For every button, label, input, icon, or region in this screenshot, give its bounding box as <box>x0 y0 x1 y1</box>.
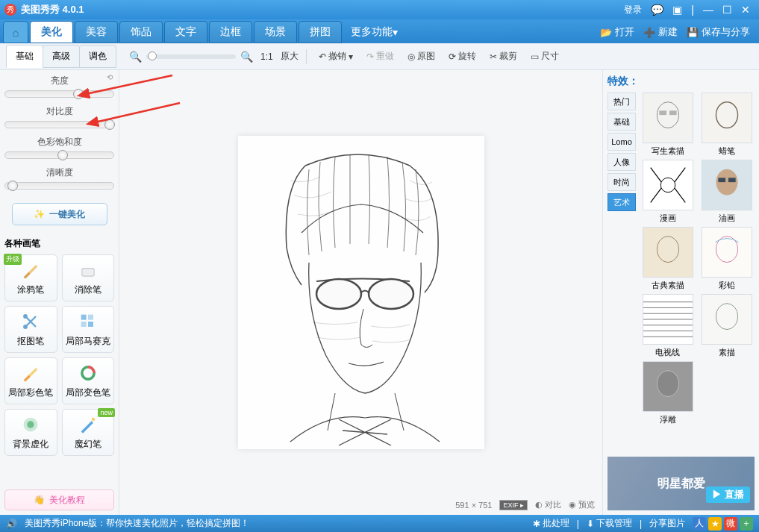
tool-cutout[interactable]: 抠图笔 <box>4 306 57 353</box>
sep-icon: | <box>687 2 699 17</box>
batch-button[interactable]: ✱ 批处理 <box>533 517 569 530</box>
scissors-icon <box>20 311 41 332</box>
tab-collage[interactable]: 拼图 <box>299 21 342 43</box>
minimize-button[interactable]: — <box>699 2 718 17</box>
subtab-color[interactable]: 调色 <box>79 45 116 68</box>
hand-icon: 👋 <box>34 495 45 505</box>
svg-rect-7 <box>81 322 86 327</box>
contrast-slider[interactable] <box>4 121 114 128</box>
tool-mosaic[interactable]: 局部马赛克 <box>62 306 115 353</box>
scale-11[interactable]: 1:1 <box>260 51 273 62</box>
svg-rect-44 <box>702 295 752 344</box>
effects-grid: 写生素描 蜡笔 漫画 油画 古典素描 彩铅 电视线 素描 浮雕 <box>640 93 755 452</box>
tab-ornament[interactable]: 饰品 <box>119 21 163 43</box>
tab-scene[interactable]: 场景 <box>254 21 297 43</box>
tool-blur[interactable]: 背景虚化 <box>4 409 57 456</box>
share-weibo-icon[interactable]: 微 <box>724 517 737 531</box>
left-panel: 亮度 ⟲ 对比度 色彩饱和度 清晰度 <box>0 70 119 515</box>
scale-orig[interactable]: 原大 <box>281 50 299 63</box>
preview-button[interactable]: ◉ 预览 <box>569 499 595 510</box>
tab-more[interactable]: 更多功能 ▾ <box>343 21 405 43</box>
zoom-in-icon[interactable]: 🔍 <box>240 51 253 63</box>
rotate-button[interactable]: ⟳ 旋转 <box>444 47 481 66</box>
wand-icon: ✨ <box>34 209 45 219</box>
tab-beauty[interactable]: 美容 <box>75 21 118 43</box>
maximize-button[interactable]: ☐ <box>718 2 737 17</box>
canvas: 591 × 751 EXIF ▸ ◐ 对比 ◉ 预览 <box>119 70 602 515</box>
cat-hot[interactable]: 热门 <box>607 93 636 110</box>
cat-basic[interactable]: 基础 <box>607 113 636 131</box>
tool-magic[interactable]: 魔幻笔 new <box>62 409 115 456</box>
fx-tvline[interactable]: 电视线 <box>640 294 696 358</box>
save-icon: 💾 <box>687 27 699 38</box>
fx-oilpaint[interactable]: 油画 <box>700 160 755 224</box>
svg-point-3 <box>23 314 28 319</box>
image-wrap[interactable] <box>238 136 484 449</box>
sharpness-slider[interactable] <box>4 182 114 190</box>
contrast-group: 对比度 <box>4 105 114 128</box>
tutorial-button[interactable]: 👋 美化教程 <box>4 489 114 510</box>
brightness-slider[interactable] <box>4 90 114 98</box>
fx-classic-sketch[interactable]: 古典素描 <box>640 227 696 291</box>
subtab-advanced[interactable]: 高级 <box>43 45 80 68</box>
cat-art[interactable]: 艺术 <box>607 193 636 211</box>
subtab-basic[interactable]: 基础 <box>6 45 43 68</box>
reset-icon[interactable]: ⟲ <box>107 73 113 81</box>
redo-button[interactable]: ↷ 重做 <box>362 47 399 66</box>
compare-button[interactable]: ◐ 对比 <box>535 499 561 510</box>
status-message: 美图秀秀iPhone版：帮你快速美化照片，轻松搞定拼图！ <box>25 517 249 530</box>
tab-beautify[interactable]: 美化 <box>30 21 73 43</box>
new-button[interactable]: ➕新建 <box>643 25 678 39</box>
open-button[interactable]: 📂打开 <box>600 25 634 39</box>
cat-portrait[interactable]: 人像 <box>607 153 636 171</box>
tab-frame[interactable]: 边框 <box>209 21 252 43</box>
dimensions-button[interactable]: ▭ 尺寸 <box>526 47 563 66</box>
cat-fashion[interactable]: 时尚 <box>607 173 636 191</box>
chat-icon[interactable]: 💬 <box>646 2 668 17</box>
status-bar: 🔊 美图秀秀iPhone版：帮你快速美化照片，轻松搞定拼图！ ✱ 批处理 | ⬇… <box>0 515 759 532</box>
login-link[interactable]: 登录 <box>619 2 646 18</box>
sound-icon[interactable]: 🔊 <box>6 519 17 529</box>
share-add-icon[interactable]: ＋ <box>740 517 753 531</box>
sketch-image <box>238 136 484 449</box>
brush-section-title: 各种画笔 <box>4 237 114 250</box>
quick-beautify-button[interactable]: ✨ 一键美化 <box>12 203 107 225</box>
tab-text[interactable]: 文字 <box>164 21 207 43</box>
changecolor-icon <box>78 363 99 384</box>
tool-doodle[interactable]: 涂鸦笔 升级 <box>4 254 57 301</box>
close-button[interactable]: ✕ <box>737 2 755 17</box>
sharpness-label: 清晰度 <box>4 166 114 179</box>
fx-comic[interactable]: 漫画 <box>640 160 696 224</box>
svg-rect-20 <box>702 93 752 143</box>
crop-button[interactable]: ✂ 裁剪 <box>485 47 522 66</box>
share-button[interactable]: 分享图片 <box>649 517 685 530</box>
saturation-slider[interactable] <box>4 151 114 159</box>
tool-colorbrush[interactable]: 局部彩色笔 <box>4 357 57 404</box>
save-button[interactable]: 💾保存与分享 <box>687 25 750 39</box>
fx-pencil-sketch[interactable]: 素描 <box>700 294 755 358</box>
screen-icon[interactable]: ▣ <box>668 2 687 17</box>
fx-sketch-life[interactable]: 写生素描 <box>640 93 696 157</box>
tool-eraser[interactable]: 消除笔 <box>62 254 115 301</box>
undo-button[interactable]: ↶ 撤销 ▾ <box>314 47 357 66</box>
eraser-icon <box>78 260 99 281</box>
ad-banner[interactable]: 明星都爱 ▶ 直播 <box>607 457 755 510</box>
zoom-out-icon[interactable]: 🔍 <box>129 51 142 63</box>
home-tab[interactable]: ⌂ <box>3 21 28 43</box>
app-title: 美图秀秀 4.0.1 <box>21 3 84 16</box>
original-button[interactable]: ◎ 原图 <box>403 47 440 66</box>
cat-lomo[interactable]: Lomo <box>607 133 636 151</box>
svg-rect-16 <box>643 93 693 143</box>
share-renren-icon[interactable]: 人 <box>693 517 706 531</box>
fx-emboss[interactable]: 浮雕 <box>640 361 696 425</box>
fx-colored-pencil[interactable]: 彩铅 <box>700 227 755 291</box>
download-mgr-button[interactable]: ⬇ 下载管理 <box>587 517 632 530</box>
brightness-group: 亮度 ⟲ <box>4 75 114 98</box>
share-qzone-icon[interactable]: ★ <box>708 517 722 531</box>
zoom-slider[interactable] <box>146 54 236 59</box>
svg-point-27 <box>660 178 675 192</box>
tool-changecolor[interactable]: 局部变色笔 <box>62 357 115 404</box>
exif-badge[interactable]: EXIF ▸ <box>499 500 528 510</box>
title-bar: 秀 美图秀秀 4.0.1 登录 💬 ▣ | — ☐ ✕ <box>0 0 759 19</box>
fx-crayon[interactable]: 蜡笔 <box>700 93 755 157</box>
